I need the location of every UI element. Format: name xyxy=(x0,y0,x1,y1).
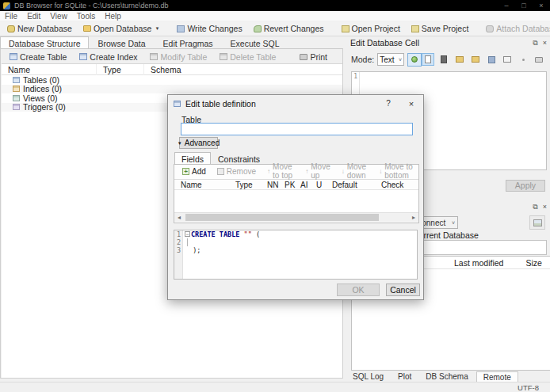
close-button[interactable]: × xyxy=(533,0,550,11)
tab-execute-sql[interactable]: Execute SQL xyxy=(222,36,288,48)
remote-action-button[interactable] xyxy=(529,215,545,230)
write-changes-label: Write Changes xyxy=(187,24,242,33)
monitor-icon xyxy=(503,56,511,63)
delete-table-button[interactable]: Delete Table xyxy=(213,51,282,63)
new-database-button[interactable]: New Database xyxy=(2,22,78,35)
close-dock-icon[interactable]: × xyxy=(543,203,547,211)
column-header-ai[interactable]: AI xyxy=(300,181,316,189)
revert-changes-button[interactable]: Revert Changes xyxy=(248,22,330,35)
line-number: 3 xyxy=(174,246,182,254)
column-header-type[interactable]: Type xyxy=(97,64,144,75)
open-database-dropdown-icon[interactable]: ▼ xyxy=(155,26,159,31)
menu-edit[interactable]: Edit xyxy=(22,12,45,21)
save-cell-button[interactable] xyxy=(485,53,498,66)
tab-sql-log[interactable]: SQL Log xyxy=(346,371,390,382)
fullscreen-button[interactable] xyxy=(501,53,514,66)
tab-fields[interactable]: Fields xyxy=(174,152,211,164)
column-header-name[interactable]: Name xyxy=(2,64,97,75)
auto-apply-toggle[interactable] xyxy=(407,53,422,67)
move-to-top-button[interactable]: ↑ Move to top xyxy=(262,162,299,181)
scrollbar-thumb[interactable] xyxy=(185,214,379,221)
move-down-label: Move down xyxy=(347,162,369,180)
tab-db-schema[interactable]: DB Schema xyxy=(419,371,474,382)
chevron-down-icon: ▼ xyxy=(178,141,182,146)
save-project-button[interactable]: Save Project xyxy=(406,22,475,35)
menu-tools[interactable]: Tools xyxy=(72,12,100,21)
column-header-name[interactable]: Name xyxy=(181,181,235,189)
text-mode-button[interactable] xyxy=(422,53,434,66)
attach-database-label: Attach Database xyxy=(496,24,550,33)
float-dock-icon[interactable]: ⧉ xyxy=(533,203,537,211)
modify-table-button[interactable]: Modify Table xyxy=(143,51,213,63)
structure-toolbar: Create Table Create Index Modify Table D… xyxy=(2,50,342,63)
table-name-input[interactable] xyxy=(181,123,413,135)
open-project-button[interactable]: Open Project xyxy=(336,22,406,35)
column-header-size[interactable]: Size xyxy=(525,258,541,268)
column-header-schema[interactable]: Schema xyxy=(144,64,342,75)
binary-mode-button[interactable] xyxy=(437,53,450,66)
new-database-label: New Database xyxy=(17,24,72,33)
column-header-nn[interactable]: NN xyxy=(267,181,285,189)
column-header-default[interactable]: Default xyxy=(332,181,381,189)
fields-grid-body[interactable] xyxy=(174,190,418,212)
cancel-button[interactable]: Cancel xyxy=(386,284,420,296)
tab-edit-pragmas[interactable]: Edit Pragmas xyxy=(155,36,222,48)
scroll-left-icon[interactable]: ◂ xyxy=(174,214,184,221)
print-cell-button[interactable] xyxy=(533,53,545,66)
revert-changes-icon xyxy=(254,25,262,32)
column-header-u[interactable]: U xyxy=(316,181,332,189)
close-dock-icon[interactable]: × xyxy=(543,39,547,47)
create-index-button[interactable]: Create Index xyxy=(73,51,143,63)
write-changes-button[interactable]: Write Changes xyxy=(171,22,247,35)
menu-help[interactable]: Help xyxy=(100,12,126,21)
dialog-close-button[interactable]: × xyxy=(399,99,423,108)
tab-plot[interactable]: Plot xyxy=(391,371,418,382)
tree-item-tables[interactable]: Tables (0) xyxy=(2,75,342,85)
column-header-type[interactable]: Type xyxy=(235,181,267,189)
column-header-pk[interactable]: PK xyxy=(285,181,300,189)
remove-field-button[interactable]: Remove xyxy=(212,166,261,177)
encoding-indicator: UTF-8 xyxy=(518,383,539,392)
scroll-right-icon[interactable]: ▸ xyxy=(409,214,418,221)
mode-select[interactable]: Text ˅ xyxy=(377,53,404,66)
move-down-button[interactable]: ↓ Move down xyxy=(337,162,373,181)
sql-code: −CREATE TABLE "" ( ); xyxy=(185,230,260,254)
fold-icon[interactable]: − xyxy=(185,231,190,237)
dialog-help-button[interactable]: ? xyxy=(377,99,399,108)
move-up-button[interactable]: ↑ Move up xyxy=(300,162,334,181)
create-table-button[interactable]: Create Table xyxy=(3,51,73,63)
maximize-button[interactable]: □ xyxy=(515,0,533,11)
tab-browse-data[interactable]: Browse Data xyxy=(89,36,154,48)
apply-cell-button[interactable]: Apply xyxy=(506,180,545,192)
tab-constraints[interactable]: Constraints xyxy=(211,152,267,164)
float-dock-icon[interactable]: ⧉ xyxy=(533,39,537,47)
menu-view[interactable]: View xyxy=(45,12,72,21)
column-header-check[interactable]: Check xyxy=(381,181,403,189)
add-label: Add xyxy=(192,167,206,176)
horizontal-scrollbar[interactable]: ◂ ▸ xyxy=(174,212,418,222)
tab-database-structure[interactable]: Database Structure xyxy=(0,36,89,48)
dialog-title: Edit table definition xyxy=(185,99,256,108)
window-title: DB Browser for SQLite - C:\Users\turne\d… xyxy=(14,2,498,10)
set-null-button[interactable] xyxy=(517,53,529,66)
advanced-button[interactable]: ▼ Advanced xyxy=(179,137,218,149)
edit-cell-dock-title: Edit Database Cell xyxy=(350,38,419,48)
delete-table-label: Delete Table xyxy=(230,52,276,62)
attach-database-button[interactable]: Attach Database xyxy=(480,22,550,35)
export-button[interactable] xyxy=(469,53,482,66)
import-button[interactable] xyxy=(453,53,466,66)
column-header-last-modified[interactable]: Last modified xyxy=(454,258,503,268)
fields-grid-header: Name Type NN PK AI U Default Check xyxy=(174,179,418,190)
minimize-button[interactable]: – xyxy=(498,0,515,11)
add-field-button[interactable]: + Add xyxy=(178,166,211,177)
move-to-bottom-button[interactable]: ↓ Move to bottom xyxy=(374,162,418,181)
move-top-label: Move to top xyxy=(273,162,294,180)
write-changes-icon xyxy=(177,25,185,32)
menu-file[interactable]: File xyxy=(0,12,22,21)
tree-item-indices[interactable]: Indices (0) xyxy=(2,85,342,94)
open-database-button[interactable]: Open Database ▼ xyxy=(78,22,166,35)
print-button[interactable]: Print xyxy=(293,51,334,63)
ok-button[interactable]: OK xyxy=(337,284,380,296)
scrollbar-track[interactable] xyxy=(184,213,409,222)
tab-remote[interactable]: Remote xyxy=(476,371,518,382)
